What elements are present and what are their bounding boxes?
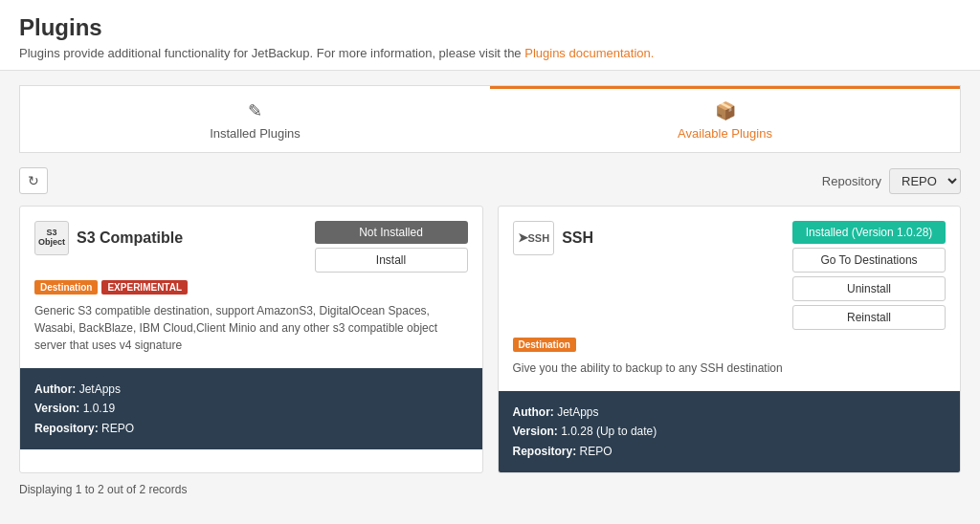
repo-selector: Repository REPO [822,168,961,194]
ssh-repository: Repository: REPO [513,442,947,461]
s3-repository: Repository: REPO [34,419,468,438]
plugins-grid: S3 Object S3 Compatible Not Installed In… [19,206,961,473]
ssh-actions: Installed (Version 1.0.28) Go To Destina… [792,221,946,330]
s3-not-installed-btn: Not Installed [315,221,468,244]
tab-available-plugins[interactable]: 📦 Available Plugins [490,86,960,152]
plugin-card-s3: S3 Object S3 Compatible Not Installed In… [19,206,483,473]
s3-version: Version: 1.0.19 [34,399,468,418]
available-tab-label: Available Plugins [678,126,772,141]
docs-link[interactable]: Plugins documentation. [524,46,654,60]
ssh-logo: ➤ SSH [513,221,555,255]
available-tab-icon: 📦 [715,100,736,121]
page-header: Plugins Plugins provide additional funct… [0,0,980,71]
s3-tag-destination: Destination [34,280,98,295]
ssh-installed-btn: Installed (Version 1.0.28) [792,221,946,244]
tabs-container: ✎ Installed Plugins 📦 Available Plugins [19,85,961,153]
ssh-uninstall-btn[interactable]: Uninstall [792,276,946,301]
ssh-reinstall-btn[interactable]: Reinstall [792,305,946,330]
plugin-card-ssh: ➤ SSH SSH Installed (Version 1.0.28) Go … [498,206,962,473]
ssh-version: Version: 1.0.28 (Up to date) [513,422,947,441]
toolbar: ↻ Repository REPO [19,167,961,194]
repo-select[interactable]: REPO [889,168,961,194]
ssh-footer: Author: JetApps Version: 1.0.28 (Up to d… [499,391,961,472]
refresh-button[interactable]: ↻ [19,167,48,194]
ssh-author: Author: JetApps [513,403,947,422]
s3-footer: Author: JetApps Version: 1.0.19 Reposito… [20,368,482,449]
ssh-plugin-name: SSH [562,229,593,247]
s3-actions: Not Installed Install [315,221,468,273]
s3-author: Author: JetApps [34,380,468,399]
s3-tag-experimental: EXPERIMENTAL [101,280,188,295]
displaying-count: Displaying 1 to 2 out of 2 records [19,483,961,496]
s3-logo: S3 Object [34,221,69,255]
ssh-description: Give you the ability to backup to any SS… [513,360,947,377]
ssh-tag-destination: Destination [513,338,576,352]
page-subtitle: Plugins provide additional functionality… [19,46,961,60]
s3-install-btn[interactable]: Install [315,248,468,273]
ssh-goto-destinations-btn[interactable]: Go To Destinations [792,248,946,273]
page-title: Plugins [19,14,961,41]
installed-tab-label: Installed Plugins [210,126,301,141]
s3-tags: Destination EXPERIMENTAL [34,280,468,295]
s3-plugin-name: S3 Compatible [77,229,183,247]
ssh-tags: Destination [513,338,947,352]
installed-tab-icon: ✎ [248,100,262,121]
repo-label: Repository [822,174,881,188]
s3-description: Generic S3 compatible destination, suppo… [34,302,468,354]
tab-installed-plugins[interactable]: ✎ Installed Plugins [20,86,490,152]
